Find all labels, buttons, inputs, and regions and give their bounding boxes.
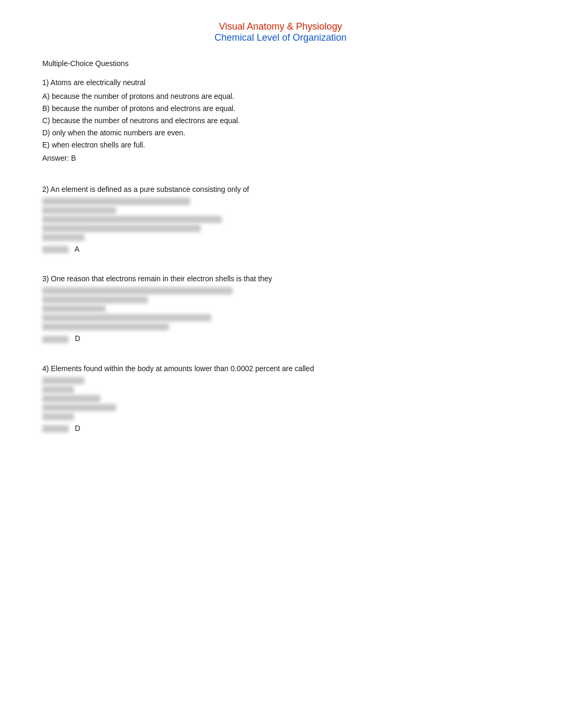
question-3-answer: D <box>42 334 519 343</box>
question-3-choices-blurred <box>42 287 519 332</box>
question-2-answer: A <box>42 245 519 253</box>
question-1-choice-e: E) when electron shells are full. <box>42 140 519 151</box>
question-4: 4) Elements found within the body at amo… <box>42 364 519 432</box>
question-1-choice-d: D) only when the atomic numbers are even… <box>42 127 519 139</box>
question-1-stem: 1) Atoms are electrically neutral <box>42 78 519 87</box>
section-label: Multiple-Choice Questions <box>42 59 519 68</box>
question-2-stem: 2) An element is defined as a pure subst… <box>42 185 519 193</box>
question-1-choice-a: A) because the number of protons and neu… <box>42 91 519 102</box>
question-1-choice-b: B) because the number of protons and ele… <box>42 103 519 114</box>
question-2: 2) An element is defined as a pure subst… <box>42 185 519 253</box>
answer-prefix-blurred <box>42 246 69 253</box>
question-3: 3) One reason that electrons remain in t… <box>42 274 519 343</box>
answer-prefix-blurred-4 <box>42 425 69 432</box>
question-1-choice-c: C) because the number of neutrons and el… <box>42 115 519 126</box>
book-title: Visual Anatomy & Physiology <box>42 21 519 32</box>
question-2-choices-blurred <box>42 198 519 243</box>
answer-prefix-blurred-3 <box>42 336 69 343</box>
question-4-choices-blurred <box>42 377 519 422</box>
page-header: Visual Anatomy & Physiology Chemical Lev… <box>42 21 519 43</box>
question-1-answer: Answer: B <box>42 153 519 164</box>
chapter-title: Chemical Level of Organization <box>42 32 519 43</box>
question-4-answer: D <box>42 424 519 432</box>
question-1: 1) Atoms are electrically neutral A) bec… <box>42 78 519 164</box>
question-3-stem: 3) One reason that electrons remain in t… <box>42 274 519 283</box>
question-4-stem: 4) Elements found within the body at amo… <box>42 364 519 373</box>
